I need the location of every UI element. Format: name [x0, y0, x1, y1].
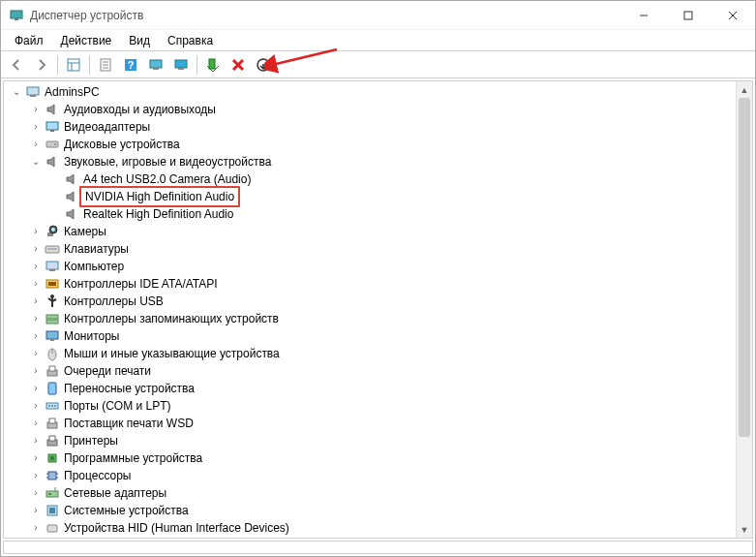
tree-category[interactable]: ›Программные устройства [4, 449, 735, 467]
collapse-icon[interactable]: ⌄ [29, 153, 43, 170]
scroll-thumb[interactable] [739, 98, 750, 437]
tree-item-label: Видеоадаптеры [64, 118, 150, 136]
tree-category[interactable]: ›Принтеры [4, 432, 735, 449]
tree-category[interactable]: ›Клавиатуры [4, 240, 735, 258]
tree-item-label: Программные устройства [64, 449, 202, 467]
tree-item-label: Звуковые, игровые и видеоустройства [64, 153, 271, 170]
tree-category[interactable]: ⌄Звуковые, игровые и видеоустройства [4, 153, 735, 170]
menu-action[interactable]: Действие [53, 32, 120, 49]
expand-icon[interactable]: › [29, 240, 43, 258]
window-controls [621, 1, 755, 29]
svg-rect-61 [50, 456, 54, 460]
tree-item-label: Процессоры [64, 467, 132, 484]
monitor-button[interactable] [169, 53, 193, 77]
expand-icon[interactable]: › [29, 519, 43, 537]
expand-icon[interactable]: › [29, 362, 43, 380]
tree-category[interactable]: ›Порты (COM и LPT) [4, 397, 735, 415]
tree-category[interactable]: ›Системные устройства [4, 502, 735, 519]
tree-item-label: Принтеры [64, 432, 118, 449]
svg-rect-71 [49, 508, 55, 513]
tree-category[interactable]: ›Устройства HID (Human Interface Devices… [4, 519, 735, 537]
tree-category[interactable]: ›Контроллеры IDE ATA/ATAPI [4, 275, 735, 293]
expand-icon[interactable]: › [29, 467, 43, 484]
svg-rect-50 [49, 366, 55, 371]
menu-help[interactable]: Справка [160, 32, 221, 49]
tree-root[interactable]: ⌄AdminsPC [4, 83, 735, 101]
tree-item-label: Очереди печати [64, 362, 151, 380]
expand-icon[interactable]: › [29, 502, 43, 519]
expand-icon[interactable]: › [29, 327, 43, 345]
forward-button[interactable] [30, 53, 53, 77]
maximize-button[interactable] [666, 1, 711, 29]
expand-icon[interactable]: › [29, 293, 43, 310]
help-button[interactable]: ? [119, 53, 142, 77]
expand-icon[interactable]: › [29, 118, 43, 136]
tree-category[interactable]: ›Сетевые адаптеры [4, 484, 735, 502]
scroll-track[interactable] [737, 98, 752, 521]
close-button[interactable] [711, 1, 755, 29]
expand-icon[interactable]: › [29, 345, 43, 362]
svg-rect-24 [27, 87, 39, 95]
toolbar-separator [57, 55, 58, 75]
toolbar-separator [197, 55, 197, 75]
svg-rect-51 [48, 383, 56, 394]
expand-icon[interactable]: › [29, 310, 43, 327]
expand-icon[interactable]: › [29, 136, 43, 153]
tree-category[interactable]: ›Поставщик печати WSD [4, 415, 735, 432]
tree-category[interactable]: ›Компьютер [4, 258, 735, 275]
tree-category[interactable]: ›Мыши и иные указывающие устройства [4, 345, 735, 362]
tree-category[interactable]: ›Камеры [4, 223, 735, 240]
expand-icon[interactable]: › [29, 101, 43, 118]
tree-device[interactable]: NVIDIA High Definition Audio [4, 188, 735, 205]
tree-item-label: Порты (COM и LPT) [64, 397, 171, 415]
tree-category[interactable]: ›Очереди печати [4, 362, 735, 380]
toolbar-separator [89, 55, 90, 75]
vertical-scrollbar[interactable]: ▲ ▼ [736, 81, 752, 538]
collapse-icon[interactable]: ⌄ [10, 83, 23, 101]
back-button[interactable] [5, 53, 28, 77]
expand-icon[interactable]: › [29, 380, 43, 397]
update-driver-button[interactable] [252, 53, 275, 77]
expand-icon[interactable]: › [29, 449, 43, 467]
expand-icon[interactable]: › [29, 258, 43, 275]
tree-item-label: Поставщик печати WSD [64, 415, 194, 432]
svg-point-29 [54, 143, 56, 145]
tree-item-label: Realtek High Definition Audio [83, 205, 233, 223]
camera-icon [45, 224, 60, 239]
expand-icon[interactable]: › [29, 397, 43, 415]
disk-icon [45, 137, 60, 152]
expand-icon[interactable]: › [29, 415, 43, 432]
tree-category[interactable]: ›Видеоадаптеры [4, 118, 735, 136]
tree-category[interactable]: ›Дисковые устройства [4, 136, 735, 153]
expand-icon[interactable]: › [29, 432, 43, 449]
enable-device-button[interactable] [201, 53, 225, 77]
tree-category[interactable]: ›Процессоры [4, 467, 735, 484]
properties-button[interactable] [94, 53, 117, 77]
tree-device[interactable]: Realtek High Definition Audio [4, 205, 735, 223]
minimize-button[interactable] [621, 1, 666, 29]
tree-category[interactable]: ›Контроллеры запоминающих устройств [4, 310, 735, 327]
tree-category[interactable]: ›Мониторы [4, 327, 735, 345]
tree-item-label: NVIDIA High Definition Audio [79, 186, 240, 207]
disable-device-button[interactable] [227, 53, 250, 77]
expand-icon[interactable]: › [29, 223, 43, 240]
scroll-down-arrow[interactable]: ▼ [737, 521, 752, 538]
expand-icon[interactable]: › [29, 275, 43, 293]
menu-file[interactable]: Файл [7, 32, 51, 49]
tree-category[interactable]: ›Контроллеры USB [4, 293, 735, 310]
svg-rect-38 [48, 282, 56, 286]
device-tree[interactable]: ⌄AdminsPC›Аудиовходы и аудиовыходы›Видео… [4, 81, 735, 538]
network-icon [45, 485, 60, 501]
scroll-up-arrow[interactable]: ▲ [737, 81, 752, 98]
menu-view[interactable]: Вид [121, 32, 158, 49]
tree-item-label: Мыши и иные указывающие устройства [64, 345, 280, 362]
mouse-icon [45, 346, 60, 361]
printer-icon [45, 433, 60, 449]
tree-category[interactable]: ›Переносные устройства [4, 380, 735, 397]
expand-icon[interactable]: › [29, 484, 43, 502]
tree-category[interactable]: ›Аудиовходы и аудиовыходы [4, 101, 735, 118]
scan-button[interactable] [144, 53, 167, 77]
show-hide-button[interactable] [62, 53, 85, 77]
svg-rect-3 [684, 12, 692, 19]
printq-icon [45, 416, 60, 431]
